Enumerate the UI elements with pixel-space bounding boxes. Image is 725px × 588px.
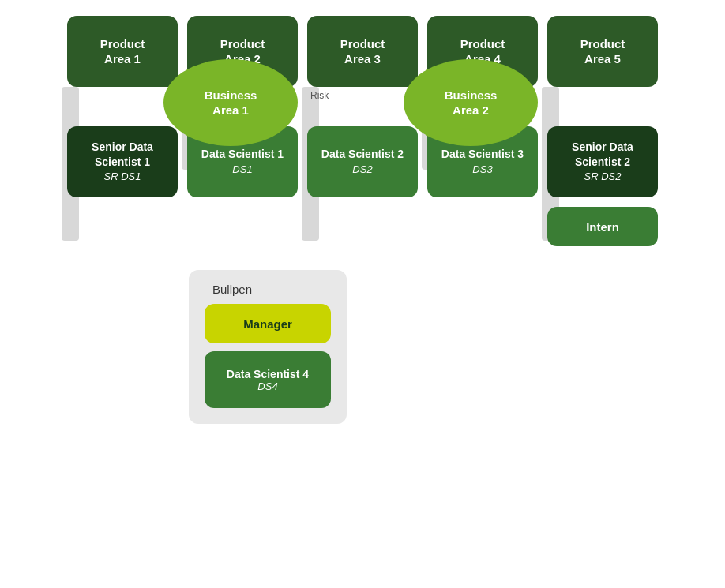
senior-data-scientist-1: Senior DataScientist 1SR DS1 [67,126,178,197]
intern: Intern [547,207,658,246]
product-row: ProductArea 1 ProductArea 2 ProductArea … [15,16,710,87]
product-area-3: ProductArea 3 [307,16,418,87]
risk-label: Risk [310,90,329,101]
product-area-1: ProductArea 1 [67,16,178,87]
business-area-2: BusinessArea 2 [404,59,538,146]
main-container: ProductArea 1 ProductArea 2 ProductArea … [0,0,725,588]
diagram: ProductArea 1 ProductArea 2 ProductArea … [15,16,710,424]
product-area-5: ProductArea 5 [547,16,658,87]
bullpen-container: Bullpen Manager Data Scientist 4DS4 [189,270,347,424]
data-scientist-4: Data Scientist 4DS4 [205,351,331,408]
data-scientist-2: Data Scientist 2DS2 [307,126,418,197]
bullpen-label: Bullpen [212,283,252,296]
senior-data-scientist-2: Senior DataScientist 2SR DS2 [547,126,658,197]
person-row: Senior DataScientist 1SR DS1 Data Scient… [15,126,710,197]
manager-box: Manager [205,304,331,343]
business-area-1: BusinessArea 1 [163,59,298,146]
